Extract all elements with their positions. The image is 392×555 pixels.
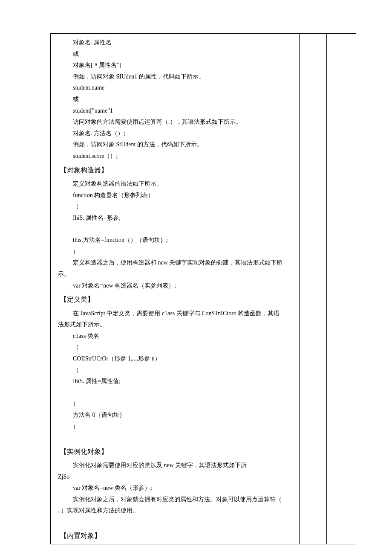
body-line: ZjSo [52,471,297,483]
content-table: 对象名. 属性名或对象名[〃属性名"］例如，访问对象 SIUden1 的属性，代… [50,33,356,544]
body-line: 方法名 0｛语句块｝ [52,410,297,421]
body-line: 对象名. 属性名 [52,37,297,49]
text-body: 对象名. 属性名或对象名[〃属性名"］例如，访问对象 SIUden1 的属性，代… [52,37,297,542]
body-line: 实例化对象需要使用对应的类以及 new 关键字，其语法形式如下所 [52,460,297,471]
body-line: 法形式如下所示。 [52,319,297,331]
body-line: 实例化对象之后，对象就会拥有对应类的属性和方法。对象可以使用点运算符（ [52,494,297,506]
body-line: 对象名[〃属性名"］ [52,60,297,71]
body-line: student["name"1 [52,105,297,117]
body-line: 定义对象构造器的语法如下所示。 [52,178,297,190]
body-line [52,433,297,444]
body-line: 示。 [52,269,297,280]
body-line: ） [52,398,297,410]
body-line: 对象名. 方法名（）; [52,128,297,139]
body-line: COIIStrUCtOr（形参 1,...,形参 n） [52,353,297,365]
body-line: this.方法名=fimction（）｛语句块｝; [52,235,297,246]
body-line: var 对象名=new 类名（形参）; [52,482,297,494]
body-line: 或 [52,94,297,105]
body-line: function 构造器名（形参列表） [52,190,297,201]
section-heading: 【定义类】 [52,293,297,306]
body-line: . ）实现对属性和方法的使用。 [52,505,297,517]
body-line [52,517,297,528]
body-line [52,387,297,398]
table-column-3 [327,34,356,544]
body-line: （ [52,201,297,212]
table-column-2 [300,34,327,544]
body-line: 例如，访问对象 StUdent 的方法，代码如下所示。 [52,139,297,151]
body-line: 访问对象的方法需要使用点运算符（.），其语法形式如下所示。 [52,116,297,128]
body-line: IhiS. 属性名=形参; [52,212,297,224]
body-line: （ [52,342,297,353]
body-line: 例如，访问对象 SIUden1 的属性，代码如下所示。 [52,71,297,83]
body-line: ） [52,421,297,433]
body-line: var 对象名=new 构造器名（实参列表）; [52,280,297,292]
section-heading: 【内置对象】 [52,529,297,542]
body-line: 定义构造器之后，使用构造器和 new 关键字实现对象的创建，其语法形式如下所 [52,257,297,269]
body-line: 或 [52,49,297,60]
body-line: （ [52,365,297,376]
body-line: ） [52,246,297,258]
body-line: 在 JavaScript 中定义类，需要使用 c1ass 关键字与 ConS1n… [52,308,297,320]
section-heading: 【对象构造器】 [52,164,297,177]
section-heading: 【实例化对象】 [52,445,297,458]
body-line: IhiS. 属性=属性值; [52,376,297,387]
main-content-cell: 对象名. 属性名或对象名[〃属性名"］例如，访问对象 SIUden1 的属性，代… [51,34,300,544]
body-line: student.name [52,82,297,94]
document-page: 对象名. 属性名或对象名[〃属性名"］例如，访问对象 SIUden1 的属性，代… [0,0,392,555]
body-line [52,224,297,235]
body-line: c1ass 类名 [52,331,297,342]
body-line: student.score（）; [52,151,297,162]
